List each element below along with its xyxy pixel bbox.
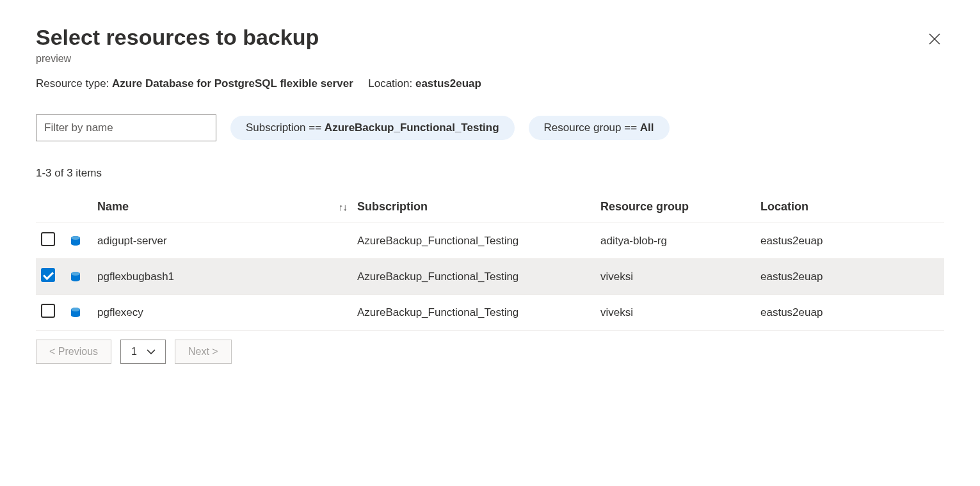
database-icon	[69, 235, 87, 247]
cell-name: adigupt-server	[92, 223, 323, 259]
location-value: eastus2euap	[415, 77, 481, 90]
svg-point-3	[71, 236, 80, 240]
filter-pill-subscription[interactable]: Subscription == AzureBackup_Functional_T…	[230, 116, 515, 140]
filter-name-input[interactable]	[36, 114, 216, 141]
svg-point-5	[71, 272, 80, 276]
close-icon	[928, 38, 942, 48]
page-title: Select resources to backup	[36, 26, 319, 49]
cell-resource-group: viveksi	[595, 259, 755, 295]
filter-pill-subscription-value: AzureBackup_Functional_Testing	[325, 122, 499, 134]
page-select[interactable]: 1	[120, 340, 166, 364]
location-label: Location:	[368, 77, 412, 90]
filter-pill-subscription-prefix: Subscription ==	[246, 122, 325, 134]
cell-subscription: AzureBackup_Functional_Testing	[352, 295, 595, 331]
cell-name: pgflexbugbash1	[92, 259, 323, 295]
result-count: 1-3 of 3 items	[36, 167, 944, 180]
cell-location: eastus2euap	[755, 223, 944, 259]
cell-subscription: AzureBackup_Functional_Testing	[352, 259, 595, 295]
next-button[interactable]: Next >	[175, 340, 232, 364]
cell-location: eastus2euap	[755, 259, 944, 295]
table-row[interactable]: adigupt-serverAzureBackup_Functional_Tes…	[36, 223, 944, 259]
cell-resource-group: viveksi	[595, 295, 755, 331]
col-header-name[interactable]: Name	[92, 191, 323, 223]
filter-pill-resource-group-prefix: Resource group ==	[544, 122, 640, 134]
col-header-location[interactable]: Location	[755, 191, 944, 223]
row-checkbox[interactable]	[41, 268, 55, 282]
cell-location: eastus2euap	[755, 295, 944, 331]
preview-label: preview	[36, 53, 319, 65]
col-header-resource-group[interactable]: Resource group	[595, 191, 755, 223]
row-checkbox[interactable]	[41, 304, 55, 318]
meta-bar: Resource type: Azure Database for Postgr…	[36, 77, 944, 90]
cell-name: pgflexecy	[92, 295, 323, 331]
cell-resource-group: aditya-blob-rg	[595, 223, 755, 259]
prev-button[interactable]: < Previous	[36, 340, 111, 364]
resource-type-value: Azure Database for PostgreSQL flexible s…	[112, 77, 353, 90]
filter-pill-resource-group[interactable]: Resource group == All	[529, 116, 670, 140]
database-icon	[69, 270, 87, 283]
sort-icon[interactable]: ↑↓	[339, 201, 347, 212]
svg-point-7	[71, 308, 80, 311]
database-icon	[69, 306, 87, 319]
col-header-subscription[interactable]: Subscription	[352, 191, 595, 223]
table-row[interactable]: pgflexbugbash1AzureBackup_Functional_Tes…	[36, 259, 944, 295]
resource-table: Name ↑↓ Subscription Resource group Loca…	[36, 191, 944, 331]
resource-type-label: Resource type:	[36, 77, 109, 90]
filter-pill-resource-group-value: All	[640, 122, 654, 134]
chevron-down-icon	[146, 349, 156, 355]
cell-subscription: AzureBackup_Functional_Testing	[352, 223, 595, 259]
close-button[interactable]	[925, 29, 944, 49]
page-number: 1	[131, 346, 137, 357]
row-checkbox[interactable]	[41, 232, 55, 246]
table-row[interactable]: pgflexecyAzureBackup_Functional_Testingv…	[36, 295, 944, 331]
